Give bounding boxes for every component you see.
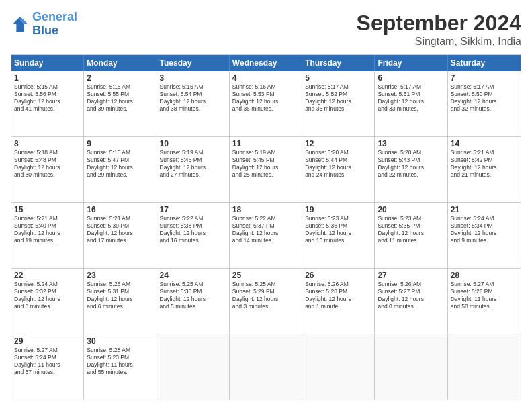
calendar-row-4: 29Sunrise: 5:27 AM Sunset: 5:24 PM Dayli… <box>11 334 521 400</box>
calendar-row-1: 8Sunrise: 5:18 AM Sunset: 5:48 PM Daylig… <box>11 136 521 202</box>
calendar-body: 1Sunrise: 5:15 AM Sunset: 5:56 PM Daylig… <box>11 71 521 400</box>
cal-cell-4-3 <box>230 334 302 400</box>
header-thursday: Thursday <box>302 55 375 71</box>
cal-cell-1-5: 13Sunrise: 5:20 AM Sunset: 5:43 PM Dayli… <box>375 137 447 202</box>
header-tuesday: Tuesday <box>157 55 230 71</box>
day-info-8: Sunrise: 5:18 AM Sunset: 5:48 PM Dayligh… <box>14 149 81 179</box>
day-number-23: 23 <box>87 271 153 280</box>
cal-cell-3-4: 26Sunrise: 5:26 AM Sunset: 5:28 PM Dayli… <box>302 269 375 334</box>
day-info-5: Sunrise: 5:17 AM Sunset: 5:52 PM Dayligh… <box>305 83 371 113</box>
cal-cell-2-5: 20Sunrise: 5:23 AM Sunset: 5:35 PM Dayli… <box>375 203 447 268</box>
cal-cell-3-3: 25Sunrise: 5:25 AM Sunset: 5:29 PM Dayli… <box>230 269 302 334</box>
day-info-30: Sunrise: 5:28 AM Sunset: 5:23 PM Dayligh… <box>87 347 153 376</box>
cal-cell-2-0: 15Sunrise: 5:21 AM Sunset: 5:40 PM Dayli… <box>11 203 84 268</box>
title-block: September 2024 Singtam, Sikkim, India <box>357 11 521 48</box>
day-info-9: Sunrise: 5:18 AM Sunset: 5:47 PM Dayligh… <box>87 149 153 179</box>
day-info-29: Sunrise: 5:27 AM Sunset: 5:24 PM Dayligh… <box>14 347 81 376</box>
day-info-24: Sunrise: 5:25 AM Sunset: 5:30 PM Dayligh… <box>160 281 226 310</box>
logo: General Blue <box>11 11 77 38</box>
cal-cell-3-6: 28Sunrise: 5:27 AM Sunset: 5:26 PM Dayli… <box>448 269 521 334</box>
day-number-7: 7 <box>451 73 518 83</box>
day-number-30: 30 <box>87 336 153 346</box>
day-number-8: 8 <box>14 139 81 148</box>
day-number-25: 25 <box>232 271 299 280</box>
cal-cell-0-2: 3Sunrise: 5:16 AM Sunset: 5:54 PM Daylig… <box>157 71 230 136</box>
day-info-15: Sunrise: 5:21 AM Sunset: 5:40 PM Dayligh… <box>14 215 81 244</box>
cal-cell-3-2: 24Sunrise: 5:25 AM Sunset: 5:30 PM Dayli… <box>157 269 230 334</box>
day-number-22: 22 <box>14 271 81 280</box>
cal-cell-0-5: 6Sunrise: 5:17 AM Sunset: 5:51 PM Daylig… <box>375 71 447 136</box>
cal-cell-4-0: 29Sunrise: 5:27 AM Sunset: 5:24 PM Dayli… <box>11 334 84 400</box>
day-info-19: Sunrise: 5:23 AM Sunset: 5:36 PM Dayligh… <box>305 215 371 244</box>
day-number-27: 27 <box>378 271 444 280</box>
day-info-14: Sunrise: 5:21 AM Sunset: 5:42 PM Dayligh… <box>451 149 518 179</box>
day-info-28: Sunrise: 5:27 AM Sunset: 5:26 PM Dayligh… <box>451 281 518 310</box>
calendar-row-3: 22Sunrise: 5:24 AM Sunset: 5:32 PM Dayli… <box>11 268 521 334</box>
cal-cell-2-1: 16Sunrise: 5:21 AM Sunset: 5:39 PM Dayli… <box>84 203 157 268</box>
day-number-24: 24 <box>160 271 226 280</box>
cal-cell-0-1: 2Sunrise: 5:15 AM Sunset: 5:55 PM Daylig… <box>84 71 157 136</box>
day-info-21: Sunrise: 5:24 AM Sunset: 5:34 PM Dayligh… <box>451 215 518 244</box>
day-info-16: Sunrise: 5:21 AM Sunset: 5:39 PM Dayligh… <box>87 215 153 244</box>
logo-text: General Blue <box>32 11 77 38</box>
cal-cell-3-0: 22Sunrise: 5:24 AM Sunset: 5:32 PM Dayli… <box>11 269 84 334</box>
calendar-page: General Blue September 2024 Singtam, Sik… <box>0 0 532 411</box>
day-number-28: 28 <box>451 271 518 280</box>
day-number-11: 11 <box>232 139 299 148</box>
month-title: September 2024 <box>357 11 521 36</box>
calendar-row-0: 1Sunrise: 5:15 AM Sunset: 5:56 PM Daylig… <box>11 71 521 136</box>
cal-cell-1-3: 11Sunrise: 5:19 AM Sunset: 5:45 PM Dayli… <box>230 137 302 202</box>
cal-cell-4-6 <box>448 334 521 400</box>
cal-cell-0-4: 5Sunrise: 5:17 AM Sunset: 5:52 PM Daylig… <box>302 71 375 136</box>
day-number-19: 19 <box>305 205 371 214</box>
cal-cell-1-6: 14Sunrise: 5:21 AM Sunset: 5:42 PM Dayli… <box>448 137 521 202</box>
cal-cell-4-5 <box>375 334 447 400</box>
day-number-18: 18 <box>232 205 299 214</box>
day-info-22: Sunrise: 5:24 AM Sunset: 5:32 PM Dayligh… <box>14 281 81 310</box>
day-number-20: 20 <box>378 205 444 214</box>
cal-cell-2-4: 19Sunrise: 5:23 AM Sunset: 5:36 PM Dayli… <box>302 203 375 268</box>
day-number-4: 4 <box>232 73 299 83</box>
calendar-header: Sunday Monday Tuesday Wednesday Thursday… <box>11 55 521 71</box>
logo-icon <box>11 15 30 34</box>
header-wednesday: Wednesday <box>230 55 302 71</box>
day-info-20: Sunrise: 5:23 AM Sunset: 5:35 PM Dayligh… <box>378 215 444 244</box>
cal-cell-0-0: 1Sunrise: 5:15 AM Sunset: 5:56 PM Daylig… <box>11 71 84 136</box>
day-number-6: 6 <box>378 73 444 83</box>
day-info-26: Sunrise: 5:26 AM Sunset: 5:28 PM Dayligh… <box>305 281 371 310</box>
cal-cell-2-2: 17Sunrise: 5:22 AM Sunset: 5:38 PM Dayli… <box>157 203 230 268</box>
day-info-23: Sunrise: 5:25 AM Sunset: 5:31 PM Dayligh… <box>87 281 153 310</box>
day-info-12: Sunrise: 5:20 AM Sunset: 5:44 PM Dayligh… <box>305 149 371 179</box>
day-number-12: 12 <box>305 139 371 148</box>
cal-cell-4-4 <box>302 334 375 400</box>
day-number-5: 5 <box>305 73 371 83</box>
calendar-row-2: 15Sunrise: 5:21 AM Sunset: 5:40 PM Dayli… <box>11 202 521 268</box>
day-number-13: 13 <box>378 139 444 148</box>
day-number-15: 15 <box>14 205 81 214</box>
cal-cell-1-4: 12Sunrise: 5:20 AM Sunset: 5:44 PM Dayli… <box>302 137 375 202</box>
page-header: General Blue September 2024 Singtam, Sik… <box>11 11 521 48</box>
cal-cell-3-5: 27Sunrise: 5:26 AM Sunset: 5:27 PM Dayli… <box>375 269 447 334</box>
location-title: Singtam, Sikkim, India <box>357 36 521 48</box>
cal-cell-2-3: 18Sunrise: 5:22 AM Sunset: 5:37 PM Dayli… <box>230 203 302 268</box>
day-number-1: 1 <box>14 73 81 83</box>
cal-cell-4-1: 30Sunrise: 5:28 AM Sunset: 5:23 PM Dayli… <box>84 334 157 400</box>
header-monday: Monday <box>84 55 157 71</box>
day-number-10: 10 <box>160 139 226 148</box>
cal-cell-0-6: 7Sunrise: 5:17 AM Sunset: 5:50 PM Daylig… <box>448 71 521 136</box>
day-info-3: Sunrise: 5:16 AM Sunset: 5:54 PM Dayligh… <box>160 83 226 113</box>
day-info-27: Sunrise: 5:26 AM Sunset: 5:27 PM Dayligh… <box>378 281 444 310</box>
day-number-21: 21 <box>451 205 518 214</box>
day-info-1: Sunrise: 5:15 AM Sunset: 5:56 PM Dayligh… <box>14 83 81 113</box>
calendar: Sunday Monday Tuesday Wednesday Thursday… <box>11 54 521 400</box>
day-info-6: Sunrise: 5:17 AM Sunset: 5:51 PM Dayligh… <box>378 83 444 113</box>
day-info-11: Sunrise: 5:19 AM Sunset: 5:45 PM Dayligh… <box>232 149 299 179</box>
day-info-7: Sunrise: 5:17 AM Sunset: 5:50 PM Dayligh… <box>451 83 518 113</box>
cal-cell-2-6: 21Sunrise: 5:24 AM Sunset: 5:34 PM Dayli… <box>448 203 521 268</box>
header-saturday: Saturday <box>448 55 521 71</box>
day-info-18: Sunrise: 5:22 AM Sunset: 5:37 PM Dayligh… <box>232 215 299 244</box>
cal-cell-0-3: 4Sunrise: 5:16 AM Sunset: 5:53 PM Daylig… <box>230 71 302 136</box>
day-number-2: 2 <box>87 73 153 83</box>
day-info-2: Sunrise: 5:15 AM Sunset: 5:55 PM Dayligh… <box>87 83 153 113</box>
day-info-10: Sunrise: 5:19 AM Sunset: 5:46 PM Dayligh… <box>160 149 226 179</box>
